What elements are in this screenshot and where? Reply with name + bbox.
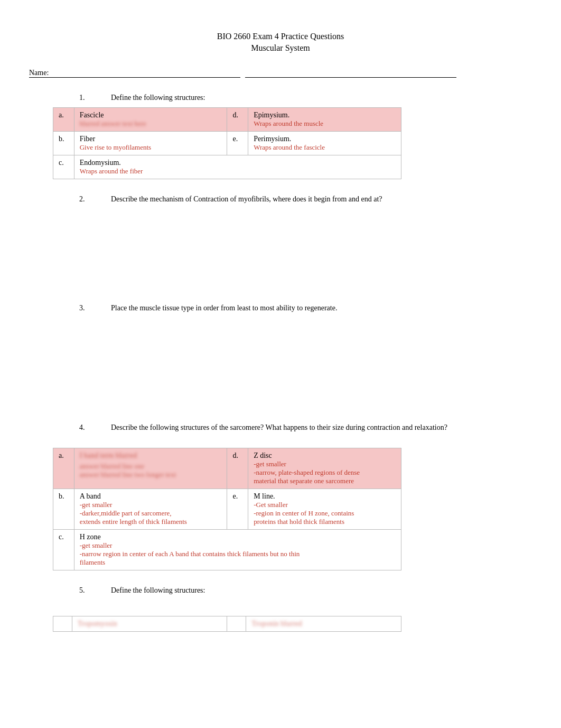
q1b-label: b.	[53, 132, 74, 155]
q1e-content: Perimysium. Wraps around the fascicle	[248, 132, 401, 155]
q5-content-a: Tropomyosin	[72, 616, 227, 632]
q1e-label: e.	[227, 132, 248, 155]
q1d-term: Epimysium.	[254, 111, 289, 119]
q4c-term: H zone	[80, 533, 101, 541]
q1c-label: c.	[53, 155, 74, 179]
q5a-blurred: Tropomyosin	[78, 620, 117, 628]
q1b-answer: Give rise to myofilaments	[80, 143, 151, 151]
q4d-answer2: -narrow, plate-shaped regions of dense	[254, 468, 360, 476]
q4b-content: A band -get smaller -darker,middle part …	[74, 489, 227, 530]
q4a-answer-blur2: answer blurred line two longer text	[80, 471, 222, 479]
q5d-blurred: Troponin blurred	[251, 620, 302, 628]
table-row: b. A band -get smaller -darker,middle pa…	[53, 489, 401, 530]
q4e-term: M line.	[254, 492, 275, 500]
q5-content-d: Troponin blurred	[246, 616, 401, 632]
q1a-label: a.	[53, 108, 74, 132]
q2-text: Describe the mechanism of Contraction of…	[111, 195, 535, 204]
table-row: c. H zone -get smaller -narrow region in…	[53, 530, 401, 570]
q4c-label: c.	[53, 530, 74, 570]
table-row: Tropomyosin Troponin blurred	[53, 616, 401, 632]
q5-answer-table: Tropomyosin Troponin blurred	[53, 616, 401, 632]
q5-label-d	[227, 616, 246, 632]
table-row: c. Endomysium. Wraps around the fiber	[53, 155, 401, 179]
table-row: a. I band term blurred answer blurred li…	[53, 448, 401, 489]
q4d-answer3: material that separate one sarcomere	[254, 477, 354, 485]
name-label: Name:	[29, 69, 240, 78]
q4e-answer1: -Get smaller	[254, 501, 288, 509]
page-title-line1: BIO 2660 Exam 4 Practice Questions	[26, 32, 535, 41]
q4c-content: H zone -get smaller -narrow region in ce…	[74, 530, 401, 570]
q4d-term: Z disc	[254, 451, 272, 459]
q4b-answer2: -darker,middle part of sarcomere,	[80, 509, 172, 517]
q5-number: 5.	[79, 586, 111, 595]
q5-text: Define the following structures:	[111, 586, 535, 595]
q1d-label: d.	[227, 108, 248, 132]
page-header: BIO 2660 Exam 4 Practice Questions Muscu…	[26, 32, 535, 53]
q1c-term: Endomysium.	[80, 159, 121, 167]
q4a-content: I band term blurred answer blurred line …	[74, 448, 227, 489]
q4e-answer2: -region in center of H zone, contains	[254, 509, 354, 517]
table-row: b. Fiber Give rise to myofilaments e. Pe…	[53, 132, 401, 155]
question-4-row: 4. Describe the following structures of …	[26, 423, 535, 432]
q1-answer-table: a. Fascicle blurred answer text here d. …	[53, 107, 401, 179]
q1a-term: Fascicle	[80, 111, 104, 119]
q1b-term: Fiber	[80, 135, 96, 143]
q4c-answer1: -get smaller	[80, 541, 113, 549]
question-2-row: 2. Describe the mechanism of Contraction…	[26, 195, 535, 204]
q4d-content: Z disc -get smaller -narrow, plate-shape…	[248, 448, 401, 489]
q4e-label: e.	[227, 489, 248, 530]
q4-answer-table: a. I band term blurred answer blurred li…	[53, 448, 401, 570]
q4e-content: M line. -Get smaller -region in center o…	[248, 489, 401, 530]
q4b-label: b.	[53, 489, 74, 530]
page-title-line2: Muscular System	[26, 43, 535, 53]
q3-number: 3.	[79, 304, 111, 312]
q4d-answer1: -get smaller	[254, 460, 286, 468]
q1d-content: Epimysium. Wraps around the muscle	[248, 108, 401, 132]
q1d-answer: Wraps around the muscle	[254, 119, 323, 127]
q4b-term: A band	[80, 492, 101, 500]
q4e-answer3: proteins that hold thick filaments	[254, 518, 344, 526]
q1c-content: Endomysium. Wraps around the fiber	[74, 155, 401, 179]
q4-text: Describe the following structures of the…	[111, 423, 535, 432]
q1c-answer: Wraps around the fiber	[80, 167, 143, 175]
name-field-row: Name:	[26, 69, 535, 78]
q3-text: Place the muscle tissue type in order fr…	[111, 304, 535, 312]
table-row: a. Fascicle blurred answer text here d. …	[53, 108, 401, 132]
q4a-answer-blur: answer blurred line one	[80, 462, 222, 471]
q1e-answer: Wraps around the fascicle	[254, 143, 325, 151]
q5-label-a	[53, 616, 72, 632]
question-1-row: 1. Define the following structures:	[26, 94, 535, 102]
q1-number: 1.	[79, 94, 111, 102]
q4b-answer3: extends entire length of thick filaments	[80, 518, 187, 526]
q4c-answer2: -narrow region in center of each A band …	[80, 550, 300, 558]
q1a-content: Fascicle blurred answer text here	[74, 108, 227, 132]
q1-text: Define the following structures:	[111, 94, 535, 102]
question-5-row: 5. Define the following structures:	[26, 586, 535, 595]
q4a-label: a.	[53, 448, 74, 489]
q4c-answer3: filaments	[80, 558, 105, 566]
q4a-term-blur: I band term blurred	[80, 451, 222, 460]
q4-number: 4.	[79, 423, 111, 432]
q4d-label: d.	[227, 448, 248, 489]
name-underline	[245, 77, 456, 78]
q1b-content: Fiber Give rise to myofilaments	[74, 132, 227, 155]
q1e-term: Perimysium.	[254, 135, 291, 143]
question-3-row: 3. Place the muscle tissue type in order…	[26, 304, 535, 312]
q4b-answer1: -get smaller	[80, 501, 113, 509]
q2-number: 2.	[79, 195, 111, 204]
q1a-answer-blur: blurred answer text here	[80, 119, 146, 127]
